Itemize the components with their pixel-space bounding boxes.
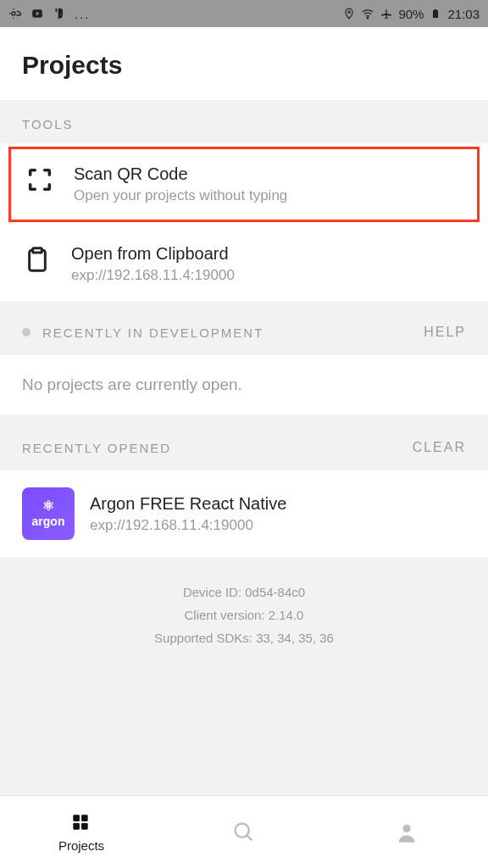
youtube-icon — [30, 7, 44, 20]
svg-rect-15 — [81, 823, 88, 830]
battery-pct: 90% — [398, 7, 424, 21]
argon-glyph-icon: ⚛ — [42, 499, 54, 513]
client-version: Client version: 2.14.0 — [17, 604, 471, 626]
tab-search[interactable] — [163, 796, 325, 868]
device-info: Device ID: 0d54-84c0 Client version: 2.1… — [0, 557, 488, 795]
recent-label: RECENTLY OPENED — [22, 441, 171, 455]
status-bar: ... 90% 21:03 — [0, 0, 488, 27]
section-dev-header: RECENTLY IN DEVELOPMENT HELP — [0, 301, 488, 355]
page-header: Projects — [0, 27, 488, 100]
svg-rect-11 — [33, 248, 42, 253]
scan-qr-title: Scan QR Code — [74, 164, 463, 184]
clipboard-icon — [22, 244, 53, 275]
tool-scan-qr[interactable]: Scan QR Code Open your projects without … — [11, 149, 477, 220]
supported-sdks: Supported SDKs: 33, 34, 35, 36 — [17, 626, 471, 649]
wifi-icon — [361, 7, 374, 20]
dev-empty-message: No projects are currently open. — [0, 355, 488, 415]
grid-icon — [69, 811, 93, 835]
page-title: Projects — [22, 51, 466, 80]
device-id: Device ID: 0d54-84c0 — [17, 581, 471, 604]
search-icon — [232, 821, 256, 844]
svg-point-6 — [348, 11, 350, 13]
more-icon: ... — [75, 7, 91, 21]
qr-scan-icon — [25, 164, 55, 195]
scan-qr-sub: Open your projects without typing — [74, 187, 463, 204]
section-tools-label: TOOLS — [0, 100, 488, 143]
status-dot-icon — [22, 328, 30, 337]
bottom-tab-bar: Projects — [0, 795, 488, 868]
svg-point-18 — [402, 824, 410, 832]
battery-icon — [429, 7, 442, 20]
svg-line-17 — [247, 835, 252, 840]
tab-projects[interactable]: Projects — [0, 796, 163, 868]
recent-item-sub: exp://192.168.11.4:19000 — [90, 517, 466, 534]
clear-button[interactable]: CLEAR — [413, 440, 466, 455]
tool-open-clipboard[interactable]: Open from Clipboard exp://192.168.11.4:1… — [0, 227, 488, 301]
tab-projects-label: Projects — [58, 838, 104, 853]
clock-time: 21:03 — [447, 7, 480, 21]
clipboard-sub: exp://192.168.11.4:19000 — [71, 267, 466, 284]
highlight-scan-qr: Scan QR Code Open your projects without … — [8, 147, 480, 222]
clipboard-title: Open from Clipboard — [71, 244, 466, 264]
svg-point-0 — [12, 12, 15, 15]
location-icon — [342, 7, 356, 20]
svg-rect-8 — [433, 10, 438, 18]
argon-app-icon: ⚛ argon — [22, 487, 75, 540]
svg-rect-9 — [435, 9, 437, 10]
svg-rect-14 — [73, 823, 80, 830]
svg-rect-13 — [81, 815, 88, 821]
argon-icon-text: argon — [32, 515, 65, 528]
svg-rect-12 — [73, 815, 80, 821]
svg-point-16 — [236, 823, 249, 837]
section-recent-header: RECENTLY OPENED CLEAR — [0, 415, 488, 470]
weather-icon — [8, 7, 22, 20]
help-button[interactable]: HELP — [424, 325, 466, 340]
recent-project-item[interactable]: ⚛ argon Argon FREE React Native exp://19… — [0, 470, 488, 557]
recent-item-title: Argon FREE React Native — [90, 494, 466, 514]
airplane-icon — [380, 7, 393, 20]
tab-profile[interactable] — [325, 796, 488, 868]
svg-point-7 — [368, 18, 369, 19]
dev-label: RECENTLY IN DEVELOPMENT — [42, 326, 263, 340]
profile-icon — [395, 821, 419, 844]
evernote-icon — [53, 7, 66, 20]
